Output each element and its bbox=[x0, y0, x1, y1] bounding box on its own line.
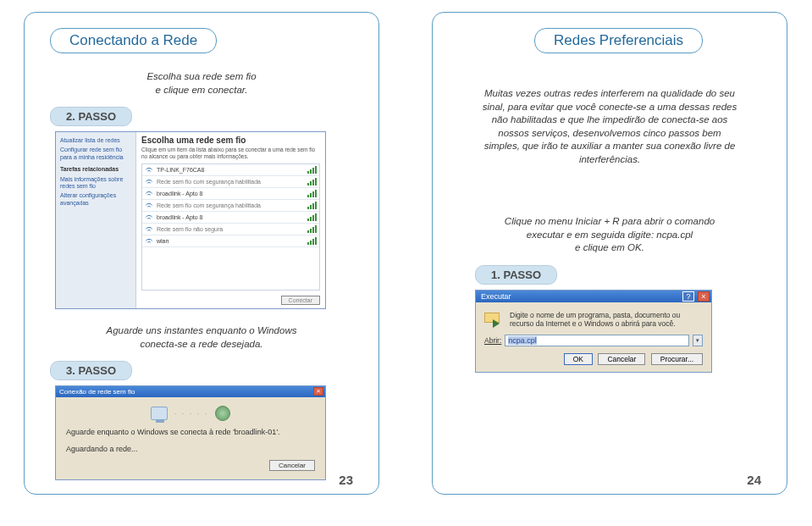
help-icon[interactable]: ? bbox=[682, 291, 694, 302]
wifi-icon bbox=[145, 190, 153, 197]
intro-line: Clique no menu Iniciar + R para abrir o … bbox=[505, 216, 715, 226]
wifi-ssid: wlan bbox=[157, 238, 307, 244]
intro-line: executar e em seguida digite: ncpa.cpl bbox=[527, 230, 693, 240]
sidebar-task[interactable]: Configurar rede sem fio para a minha res… bbox=[58, 147, 133, 161]
connect-button[interactable]: Conectar bbox=[281, 296, 320, 305]
passo-3-badge: 3. PASSO bbox=[50, 361, 132, 380]
wifi-network-item[interactable]: Rede sem fio não segura bbox=[142, 224, 319, 235]
globe-icon bbox=[215, 406, 230, 421]
intro-line: e clique em conectar. bbox=[156, 85, 248, 95]
intro-right: Muitas vezes outras redes interferem na … bbox=[482, 87, 737, 166]
computer-icon bbox=[151, 407, 168, 420]
run-icon bbox=[484, 313, 503, 329]
wifi-icon bbox=[145, 178, 153, 185]
sidebar-task[interactable]: Alterar configurações avançadas bbox=[58, 192, 133, 207]
wifi-icon bbox=[145, 202, 153, 208]
signal-bars-icon bbox=[307, 225, 317, 233]
wifi-desc: Clique em um item da lista abaixo para s… bbox=[141, 147, 320, 160]
wifi-heading: Escolha uma rede sem fio bbox=[141, 136, 320, 145]
wifi-ssid: TP-LINK_F76CA8 bbox=[157, 167, 307, 173]
intro-line: e clique em OK. bbox=[575, 242, 644, 252]
intro-line: Aguarde uns instantes enquanto o Windows bbox=[107, 325, 297, 335]
signal-bars-icon bbox=[307, 166, 317, 174]
wifi-icon bbox=[145, 166, 153, 173]
wifi-icon bbox=[145, 225, 153, 232]
sidebar-task[interactable]: Mais informações sobre redes sem fio bbox=[58, 176, 133, 191]
close-icon[interactable]: × bbox=[698, 291, 710, 302]
browse-button[interactable]: Procurar... bbox=[651, 353, 703, 365]
sidebar-heading: Tarefas relacionadas bbox=[58, 166, 133, 173]
close-icon[interactable]: × bbox=[313, 387, 323, 396]
wifi-network-item[interactable]: broadlink - Apto 8 bbox=[142, 212, 319, 224]
signal-bars-icon bbox=[307, 178, 317, 185]
wifi-network-list: TP-LINK_F76CA8 Rede sem fio com seguranç… bbox=[141, 163, 320, 291]
wifi-ssid: Rede sem fio com segurança habilitada bbox=[157, 202, 307, 208]
cancel-button[interactable]: Cancelar bbox=[269, 460, 315, 471]
dropdown-icon[interactable]: ▾ bbox=[693, 335, 703, 346]
section-2-left: Aguarde uns instantes enquanto o Windows… bbox=[50, 324, 353, 480]
wifi-tasks-sidebar: Atualizar lista de redes Configurar rede… bbox=[56, 132, 136, 308]
wifi-ssid: Rede sem fio não segura bbox=[157, 226, 307, 232]
passo-1-badge: 1. PASSO bbox=[475, 265, 557, 285]
open-label: Abrir: bbox=[484, 336, 501, 345]
signal-bars-icon bbox=[307, 202, 317, 209]
intro-line: Escolha sua rede sem fio bbox=[146, 71, 256, 81]
signal-bars-icon bbox=[307, 213, 317, 221]
window-title: Conexão de rede sem fio bbox=[59, 388, 135, 396]
cancel-button[interactable]: Cancelar bbox=[598, 353, 645, 365]
page-number: 23 bbox=[339, 473, 353, 487]
wifi-ssid: Rede sem fio com segurança habilitada bbox=[157, 179, 307, 185]
connecting-msg: Aguarde enquanto o Windows se conecta à … bbox=[66, 428, 315, 436]
connecting-status: Aguardando a rede... bbox=[66, 445, 315, 453]
page-title-right: Redes Preferenciais bbox=[534, 28, 703, 53]
open-input[interactable]: ncpa.cpl bbox=[505, 335, 689, 346]
wifi-network-item[interactable]: wlan bbox=[142, 235, 319, 247]
wifi-network-item[interactable]: Rede sem fio com segurança habilitada bbox=[142, 176, 319, 188]
passo-2-badge: 2. PASSO bbox=[50, 107, 132, 126]
page-24: Redes Preferenciais Muitas vezes outras … bbox=[432, 12, 787, 495]
window-titlebar: Executar ? × bbox=[476, 291, 711, 302]
window-title: Executar bbox=[481, 292, 511, 301]
wifi-icon bbox=[145, 237, 153, 244]
section-2-right: Clique no menu Iniciar + R para abrir o … bbox=[478, 215, 741, 255]
connecting-window: Conexão de rede sem fio × · · · · · Agua… bbox=[55, 385, 326, 480]
wifi-network-item[interactable]: TP-LINK_F76CA8 bbox=[142, 164, 319, 176]
dots-icon: · · · · · bbox=[174, 409, 209, 418]
signal-bars-icon bbox=[307, 190, 317, 197]
wifi-main-panel: Escolha uma rede sem fio Clique em um it… bbox=[136, 132, 325, 308]
page-number: 24 bbox=[747, 473, 761, 487]
page-23: Conectando a Rede Escolha sua rede sem f… bbox=[24, 12, 379, 495]
ok-button[interactable]: OK bbox=[564, 353, 593, 365]
wifi-ssid: broadlink - Apto 8 bbox=[157, 191, 307, 197]
run-dialog: Executar ? × Digite o nome de um program… bbox=[475, 290, 712, 373]
signal-bars-icon bbox=[307, 237, 317, 245]
open-input-value: ncpa.cpl bbox=[508, 336, 537, 345]
wifi-ssid: broadlink - Apto 8 bbox=[157, 214, 307, 220]
run-body: Digite o nome de um programa, pasta, doc… bbox=[476, 302, 711, 372]
wifi-network-item[interactable]: broadlink - Apto 8 bbox=[142, 188, 319, 200]
intro-line: conecta-se a rede desejada. bbox=[140, 339, 262, 349]
window-titlebar: Conexão de rede sem fio × bbox=[56, 386, 325, 397]
connecting-body: · · · · · Aguarde enquanto o Windows se … bbox=[56, 397, 325, 479]
page-title-left: Conectando a Rede bbox=[50, 28, 217, 53]
intro-left: Escolha sua rede sem fio e clique em con… bbox=[70, 70, 333, 97]
sidebar-task[interactable]: Atualizar lista de redes bbox=[58, 137, 133, 144]
wifi-selection-window: Atualizar lista de redes Configurar rede… bbox=[55, 131, 326, 309]
wifi-icon bbox=[145, 213, 153, 220]
run-desc: Digite o nome de um programa, pasta, doc… bbox=[510, 311, 703, 329]
wifi-network-item[interactable]: Rede sem fio com segurança habilitada bbox=[142, 200, 319, 212]
